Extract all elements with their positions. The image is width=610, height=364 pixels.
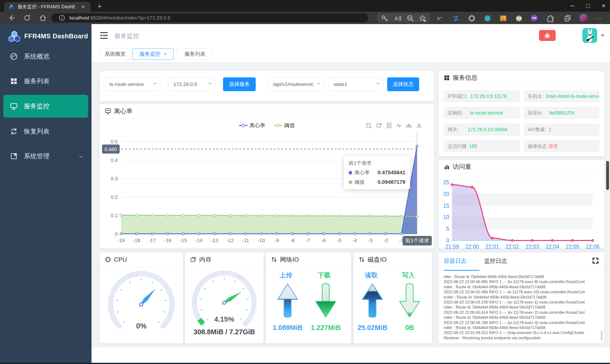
service-select[interactable]: ts-route-service [104, 77, 160, 91]
avatar-caret-icon[interactable] [600, 35, 605, 39]
globe-extension-icon[interactable] [484, 14, 491, 22]
visits-plot[interactable]: 051015202521:5922:0022:0122:0222:0322:04… [438, 174, 605, 248]
svg-text:-2: -2 [384, 238, 388, 243]
refresh-icon[interactable] [23, 14, 31, 22]
sidebar-item-service-monitor[interactable]: 服务监控 [3, 95, 88, 117]
window-bottom-edge [0, 363, 610, 364]
tag-overview[interactable]: 系统概览 [100, 48, 130, 60]
svg-text:4.15%: 4.15% [214, 315, 234, 323]
series-dot-icon [349, 181, 352, 184]
download-arrow-icon [314, 282, 337, 319]
svg-text:-18: -18 [133, 238, 140, 243]
svg-text:5: 5 [446, 226, 449, 232]
ring-extension-icon[interactable] [468, 14, 476, 22]
card-title: 内存 [199, 255, 212, 264]
new-tab-button[interactable]: + [95, 2, 104, 12]
svg-text:0: 0 [115, 231, 118, 237]
tab-monitor-logs[interactable]: 监控日志 [484, 257, 507, 265]
site-info-icon[interactable] [59, 15, 65, 21]
password-key-icon[interactable] [381, 14, 388, 22]
legend-item[interactable]: 阈值 [274, 122, 295, 129]
home-icon[interactable] [39, 14, 47, 22]
visits-card: 访问量 051015202521:5922:0022:0122:0222:032… [438, 160, 605, 248]
write-value: 0B [392, 324, 427, 332]
page-scrollbar-thumb[interactable] [606, 161, 609, 190]
grid-icon [10, 77, 18, 85]
svg-text:22:00: 22:00 [465, 244, 479, 248]
url-bar[interactable]: localhost:9528/#/monitor/index?ip=172.29… [51, 13, 368, 22]
face-extension-icon[interactable] [515, 14, 523, 22]
restore-icon[interactable] [376, 122, 382, 129]
select-service-button[interactable]: 选择服务 [223, 77, 256, 91]
svg-text:-10: -10 [258, 238, 265, 243]
zoom-box-icon[interactable] [366, 122, 372, 129]
ffr4ms-logo-icon [8, 30, 20, 42]
dashboard-icon [10, 52, 18, 60]
svg-text:-5: -5 [337, 238, 341, 243]
svg-text:-6: -6 [321, 238, 326, 243]
data-view-icon[interactable] [386, 122, 392, 129]
svg-text:-7: -7 [306, 238, 310, 243]
browser-tab[interactable]: 服务监控 - FFR4MS DashBoard × [4, 2, 91, 12]
breadcrumb[interactable]: 服务监控 [114, 32, 139, 40]
window-close-button[interactable]: × [596, 0, 610, 12]
toolbar-more-icon[interactable]: ··· [595, 15, 602, 22]
svg-text:0.5: 0.5 [111, 139, 118, 144]
sidebar-item-service-list[interactable]: 服务列表 [0, 70, 92, 93]
chevron-down-icon [376, 83, 380, 86]
profile-avatar[interactable] [580, 14, 588, 22]
tab-close-icon[interactable]: × [81, 4, 85, 10]
sidebar-item-recovery-list[interactable]: 恢复列表 [0, 120, 92, 143]
tag-close-icon[interactable]: × [164, 52, 167, 57]
svg-text:-4: -4 [352, 238, 357, 243]
download-icon[interactable] [416, 122, 422, 129]
log-line: troller : Route id: f3d4d4ef-693b-4456-8… [444, 295, 597, 300]
upload-arrow-icon [276, 282, 299, 319]
favicon-ffr4ms-icon [9, 4, 14, 10]
instance-ip-select[interactable]: 172.29.0.5 [168, 77, 215, 91]
app-header: 服务监控 [92, 24, 610, 47]
active-tab-underline [444, 270, 479, 271]
undo-extension-icon[interactable] [436, 15, 444, 22]
read-aloud-icon[interactable]: A [394, 14, 401, 22]
expand-icon[interactable] [592, 257, 599, 264]
window-maximize-button[interactable] [581, 0, 595, 12]
sidebar-item-system-admin[interactable]: 系统管理 [0, 145, 92, 168]
state-select[interactable]: state1 [328, 77, 383, 91]
bar-chart-icon[interactable] [406, 122, 412, 129]
translate-en-extension-icon[interactable]: EN [531, 14, 538, 21]
svg-text:0.4: 0.4 [111, 157, 118, 163]
swap-arrows-extension-icon[interactable] [452, 14, 460, 22]
error-bug-button[interactable] [539, 30, 556, 41]
refresh-cycle-icon [10, 128, 18, 135]
memory-detail: 308.8MiB / 7.27GiB [185, 328, 264, 336]
legend-item[interactable]: 离心率 [239, 122, 265, 129]
chevron-down-icon [79, 154, 83, 159]
log-line: Resolver : Resolving eureka endpoints vi… [444, 336, 597, 340]
log-scrollbar-thumb[interactable] [601, 331, 603, 340]
sidebar-toggle-icon[interactable] [100, 31, 108, 39]
line-chart-icon[interactable] [396, 122, 402, 129]
log-line: 2022-08-22 22:00:46.780 INFO 1 --- [io-1… [444, 320, 597, 325]
user-avatar[interactable] [582, 28, 597, 43]
tab-container-logs[interactable]: 容器日志 [444, 257, 467, 265]
chevron-down-icon [317, 83, 321, 86]
api-select[interactable]: /api/v1/routeservic [267, 77, 324, 91]
eccentricity-chart: 离心率 阈值 00.10.20.30.40.50.460-19-18-17-16… [100, 119, 434, 248]
sidebar-item-overview[interactable]: 系统概览 [0, 45, 92, 68]
back-icon[interactable] [8, 14, 15, 22]
tag-service-monitor[interactable]: 服务监控× [133, 48, 174, 60]
svg-text:-14: -14 [195, 238, 203, 243]
download-label: 下载 [318, 271, 330, 279]
favorite-star-icon[interactable] [419, 14, 427, 22]
select-state-button[interactable]: 选择状态 [387, 77, 419, 91]
sidebar-item-label: 系统管理 [24, 152, 50, 160]
extensions-puzzle-icon[interactable] [547, 14, 554, 22]
collections-copy-icon[interactable] [564, 14, 571, 22]
window-minimize-button[interactable] [565, 0, 580, 12]
log-output[interactable]: oller : Route id: f3d4d4ef-693b-4456-8ee… [444, 274, 597, 340]
tag-service-list[interactable]: 服务列表 [177, 48, 213, 60]
orange-book-extension-icon[interactable] [500, 14, 507, 22]
zoom-out-icon[interactable] [407, 14, 414, 22]
svg-text:22:02: 22:02 [505, 244, 519, 248]
